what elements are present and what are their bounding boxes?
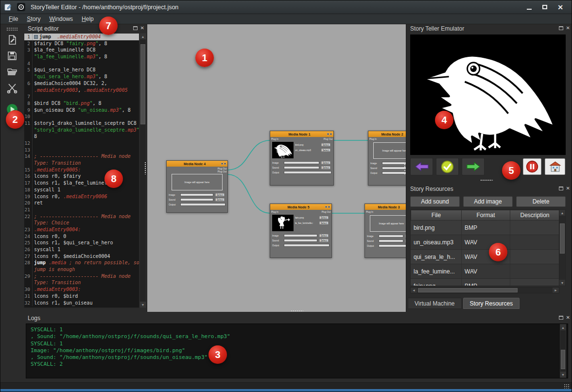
node-minimize-icon[interactable] bbox=[327, 133, 329, 135]
media-node-node2[interactable]: Media Node 2Plug InPlug OutImage will ap… bbox=[368, 131, 406, 186]
splitter-emulator-resources[interactable] bbox=[480, 179, 493, 182]
select-button[interactable]: Select bbox=[320, 222, 329, 224]
validate-button[interactable] bbox=[436, 158, 459, 175]
script-editor-close-icon[interactable]: ✕ bbox=[140, 26, 144, 30]
table-row[interactable]: la_fee_lumine...WAV bbox=[411, 264, 565, 279]
media-node-node4[interactable]: Media Node 4Plug OutPlug OutImage will a… bbox=[166, 160, 228, 213]
select-button[interactable]: Select bbox=[320, 216, 329, 219]
input-port[interactable]: Plug In bbox=[366, 211, 373, 214]
script-editor-undock-icon[interactable] bbox=[133, 26, 138, 30]
node-minimize-icon[interactable] bbox=[325, 206, 327, 208]
media-node-header[interactable]: Media Node 4 bbox=[167, 161, 227, 167]
minimize-button[interactable] bbox=[524, 3, 535, 12]
node-field[interactable] bbox=[180, 193, 213, 196]
node-field[interactable] bbox=[379, 244, 406, 247]
node-field[interactable] bbox=[379, 239, 403, 242]
select-button[interactable]: Select bbox=[320, 239, 329, 242]
input-port[interactable]: Plug In bbox=[271, 211, 278, 214]
table-scrollbar-thumb[interactable] bbox=[560, 223, 565, 254]
node-field[interactable] bbox=[180, 198, 213, 201]
button-add-sound[interactable]: Add sound bbox=[410, 196, 460, 207]
node-field[interactable] bbox=[382, 171, 406, 174]
node-close-icon[interactable] bbox=[328, 206, 330, 208]
node-field[interactable] bbox=[379, 235, 403, 238]
media-node-header[interactable]: Media Node 3 bbox=[365, 204, 406, 210]
table-row[interactable]: bird.pngBMP bbox=[411, 221, 565, 235]
media-node-node3[interactable]: Media Node 3Plug InPlug OutImage will ap… bbox=[364, 204, 406, 258]
scroll-up-icon[interactable]: ▲ bbox=[140, 34, 146, 39]
log-content[interactable]: SYSCALL: 1, Sound: "/home/anthony/ostpro… bbox=[26, 324, 568, 378]
splitter-script-canvas[interactable] bbox=[144, 162, 147, 174]
open-button[interactable] bbox=[5, 65, 19, 79]
table-row[interactable]: fairy.pngBMP bbox=[411, 279, 565, 286]
node-field[interactable] bbox=[284, 171, 331, 174]
close-button[interactable]: ✕ bbox=[555, 3, 566, 12]
pause-button[interactable] bbox=[523, 158, 541, 175]
maximize-button[interactable] bbox=[539, 3, 550, 12]
table-scroll-left-icon[interactable]: ◄ bbox=[411, 288, 417, 293]
logs-undock-icon[interactable] bbox=[559, 316, 563, 320]
cut-button[interactable] bbox=[5, 81, 19, 95]
node-field[interactable] bbox=[284, 161, 319, 164]
node-minimize-icon[interactable] bbox=[221, 163, 223, 165]
select-button[interactable]: Select bbox=[216, 198, 225, 201]
media-node-header[interactable]: Media Node 1 bbox=[270, 131, 333, 137]
output-port[interactable]: Plug Out bbox=[217, 168, 226, 170]
output-port[interactable]: Plug Out bbox=[323, 138, 332, 140]
table-row[interactable]: un_oiseau.mp3WAV bbox=[411, 235, 565, 250]
select-button[interactable]: Select bbox=[322, 166, 330, 169]
output-port[interactable]: Plug Out bbox=[217, 170, 226, 173]
input-port[interactable]: Plug In bbox=[271, 138, 278, 141]
emulator-undock-icon[interactable] bbox=[559, 26, 563, 30]
table-scroll-down-icon[interactable]: ▼ bbox=[559, 280, 565, 286]
select-button[interactable]: Select bbox=[322, 143, 330, 146]
button-delete[interactable]: Delete bbox=[516, 196, 566, 207]
logs-scrollbar[interactable]: ▲ ▼ bbox=[560, 324, 566, 378]
resources-table[interactable]: FileFormatDescription bird.pngBMPun_oise… bbox=[410, 209, 566, 286]
scrollbar-thumb[interactable] bbox=[140, 44, 145, 124]
table-row[interactable]: qui_sera_le_h...WAV bbox=[411, 250, 565, 264]
save-button[interactable] bbox=[5, 49, 19, 63]
output-port[interactable]: Plug Out bbox=[321, 211, 330, 213]
splitter-canvas-logs[interactable] bbox=[291, 310, 303, 312]
home-button[interactable] bbox=[545, 158, 565, 175]
column-header-format[interactable]: Format bbox=[462, 210, 510, 221]
node-field[interactable] bbox=[180, 203, 225, 206]
tab-story-resources[interactable]: Story Resources bbox=[463, 298, 520, 309]
emulator-close-icon[interactable]: ✕ bbox=[566, 26, 570, 30]
table-scroll-up-icon[interactable]: ▲ bbox=[559, 210, 565, 216]
table-scrollbar[interactable]: ▲ ▼ bbox=[559, 210, 565, 286]
logs-scrollbar-thumb[interactable] bbox=[561, 350, 565, 369]
node-close-icon[interactable] bbox=[224, 163, 226, 165]
column-header-description[interactable]: Description bbox=[510, 210, 560, 221]
input-port[interactable]: Plug In bbox=[369, 138, 377, 141]
node-canvas[interactable]: Media Node 4Plug OutPlug OutImage will a… bbox=[147, 24, 406, 312]
select-button[interactable]: Select bbox=[216, 193, 225, 196]
select-button[interactable]: Select bbox=[320, 234, 329, 237]
node-field[interactable] bbox=[382, 167, 406, 170]
resize-grip[interactable] bbox=[564, 384, 570, 389]
logs-scroll-down-icon[interactable]: ▼ bbox=[560, 372, 566, 377]
menu-help[interactable]: Help bbox=[77, 15, 98, 23]
tab-virtual-machine[interactable]: Virtual Machine bbox=[408, 298, 462, 309]
node-field[interactable] bbox=[382, 162, 406, 165]
code-area[interactable]: 1jump .mediaEntry00042$fairy DC8 "fairy.… bbox=[24, 33, 139, 308]
resources-close-icon[interactable]: ✕ bbox=[566, 186, 570, 190]
next-button[interactable] bbox=[462, 158, 485, 175]
select-button[interactable]: Select bbox=[322, 149, 330, 152]
media-node-node1[interactable]: Media Node 1Plug InPlug Outbird.pngSelec… bbox=[270, 131, 334, 186]
node-close-icon[interactable] bbox=[330, 133, 332, 135]
scroll-down-icon[interactable]: ▼ bbox=[140, 302, 146, 307]
media-node-header[interactable]: Media Node 5 bbox=[270, 204, 331, 210]
menu-file[interactable]: File bbox=[4, 15, 22, 23]
table-hscrollbar[interactable]: ◄ ► bbox=[410, 287, 559, 293]
node-field[interactable] bbox=[284, 234, 317, 237]
node-field[interactable] bbox=[284, 239, 317, 242]
toolbar-drag-handle[interactable] bbox=[6, 27, 18, 31]
new-script-button[interactable] bbox=[5, 33, 19, 47]
menu-story[interactable]: Story bbox=[22, 15, 45, 23]
media-node-header[interactable]: Media Node 2 bbox=[368, 131, 406, 137]
table-scroll-right-icon[interactable]: ► bbox=[553, 288, 559, 293]
previous-button[interactable] bbox=[410, 158, 433, 175]
button-add-image[interactable]: Add image bbox=[463, 196, 513, 207]
